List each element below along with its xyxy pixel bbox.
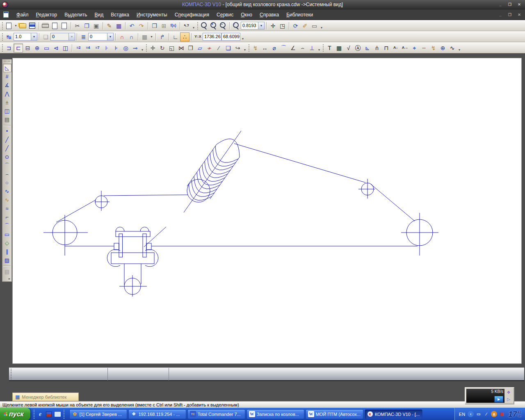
screw-button[interactable]: ⊧ (112, 43, 121, 52)
language-bar-icon[interactable]: ‹ (468, 411, 474, 417)
task-messenger[interactable]: ✿[1] Сергей Зверев ... (69, 409, 127, 419)
redo-button[interactable]: ↷ (137, 21, 146, 30)
menu-libraries[interactable]: Библиотеки (283, 10, 317, 19)
property-bar[interactable] (9, 368, 524, 381)
fastener-plug-button[interactable]: ◫ (61, 43, 70, 52)
start-button[interactable]: пуск (0, 408, 30, 420)
flag-tray-icon[interactable]: ▦ (499, 411, 505, 417)
format-brush-button[interactable]: ✎ (105, 21, 114, 30)
text-button[interactable]: T (325, 43, 334, 52)
fastener-bolt-section-button[interactable]: ⊏ (14, 43, 23, 52)
play-button[interactable]: ▶ (494, 396, 503, 402)
fastener-pin-button[interactable]: ⊲ (51, 43, 61, 52)
document-icon[interactable] (3, 11, 9, 18)
local-cs-button[interactable]: ↱ (158, 32, 167, 41)
cut-button[interactable]: ✂ (73, 21, 82, 30)
pen-tray-icon[interactable]: ∕ (483, 411, 489, 417)
copy-button[interactable]: ❐ (82, 21, 91, 30)
print-preview-button[interactable] (50, 21, 59, 30)
ortho-drawing-button[interactable]: ∟ (171, 32, 180, 41)
language-indicator[interactable]: EN (459, 412, 465, 417)
current-view-combo[interactable]: 0 (50, 33, 75, 41)
panel-expand-arrow[interactable]: ▸ (9, 277, 10, 281)
monitor-tray-icon[interactable]: ▭ (475, 411, 482, 417)
rotate-button[interactable]: ↻ (158, 43, 167, 52)
segment-tool[interactable]: ╱ (3, 144, 11, 153)
mdi-close-button[interactable]: ✕ (515, 11, 523, 18)
new-document-dropdown[interactable]: ▾ (14, 21, 18, 30)
mdi-restore-button[interactable]: ❐ (506, 11, 514, 18)
layers-icon[interactable]: ≣ (79, 32, 88, 41)
crane-rope-scheme-drawing[interactable] (13, 58, 521, 363)
quick-launch-show-desktop[interactable] (54, 411, 61, 418)
global-snaps-button[interactable]: ∩ (117, 32, 127, 41)
refresh-image-button[interactable]: ✐ (300, 21, 310, 30)
aux-line-tool[interactable]: ╱ (3, 135, 11, 144)
window-manager-button[interactable]: ❒ (150, 21, 159, 30)
task-word-ptm[interactable]: WМОЙ ПТМ (Автосох... (306, 409, 363, 419)
grid-dropdown[interactable]: ▾ (149, 32, 154, 41)
mirror-button[interactable]: ⋈ (176, 43, 186, 52)
cursor-step-icon[interactable]: ↹ (4, 32, 14, 41)
stamp-tool[interactable]: ▤ (3, 267, 11, 276)
coords-icon[interactable]: Y↕X (193, 32, 203, 41)
arc2-tool[interactable]: ⌢ (3, 170, 11, 178)
snap-rounding-button[interactable]: ∴ (180, 32, 189, 41)
undo-button[interactable]: ↶ (127, 21, 137, 30)
deform-button[interactable]: ▱ (195, 43, 205, 52)
menu-service[interactable]: Сервис (213, 10, 237, 19)
bolt-set-2-button[interactable]: ≡2 (74, 43, 83, 52)
datum-button[interactable]: ⊾ (363, 43, 372, 52)
menu-specification[interactable]: Спецификация (171, 10, 213, 19)
cut-line-button[interactable]: ⊓ (381, 43, 391, 52)
arc-tool[interactable]: ⌒ (3, 161, 11, 170)
zoom-select-button[interactable] (199, 21, 209, 30)
branch-button[interactable]: ⋔ (372, 43, 381, 52)
menu-editor[interactable]: Редактор (32, 10, 61, 19)
variables-button[interactable]: ⊞ (159, 21, 169, 30)
panel-measure-button[interactable]: ⋀ (3, 89, 11, 98)
detail-view-button[interactable]: ⌖ (410, 43, 419, 52)
copy-objects-button[interactable]: ❐ (186, 43, 195, 52)
fastener-bolt-end-button[interactable]: ⊟ (23, 43, 32, 52)
coord-y-field[interactable]: 68.6099 (221, 33, 240, 41)
task-total-commander[interactable]: TCTotal Commander 7... (187, 409, 245, 419)
break-button[interactable]: ↪ (233, 43, 242, 52)
paste-button[interactable]: ▣ (91, 21, 101, 30)
task-word-zapiska[interactable]: WЗаписка по козлов... (247, 409, 304, 419)
open-button[interactable] (18, 21, 27, 30)
quick-launch-disk[interactable] (46, 411, 52, 418)
roughness-button[interactable]: √ (344, 43, 353, 52)
auto-axis-button[interactable]: ↯ (429, 43, 438, 52)
save-button[interactable] (27, 21, 37, 30)
rectangle-tool[interactable]: ▭ (3, 230, 11, 239)
chamfer-tool[interactable]: ⌐ (3, 213, 11, 221)
print-button[interactable] (41, 21, 50, 30)
page-setup-button[interactable] (59, 21, 69, 30)
menu-view[interactable]: Вид (91, 10, 107, 19)
ellipse-tool[interactable]: ○ (3, 178, 11, 187)
panel-designations-button[interactable]: ∡ (3, 81, 11, 89)
quick-launch-ie[interactable]: e (37, 411, 44, 418)
menu-file[interactable]: Файл (13, 10, 32, 19)
menu-window[interactable]: Окно (237, 10, 256, 19)
trim-button[interactable]: ≁ (205, 43, 214, 52)
zoom-in-button[interactable]: + (209, 21, 218, 30)
mdi-minimize-button[interactable]: _ (496, 11, 504, 18)
coord-x-field[interactable]: 1736.26 (203, 33, 221, 41)
zoom-out-button[interactable]: − (218, 21, 228, 30)
extend-button[interactable]: ∕ (214, 43, 224, 52)
current-layer-combo[interactable]: 0 (88, 33, 114, 41)
angle-dimension-button[interactable]: ∠ (288, 43, 298, 52)
parallel-line-tool[interactable]: ∥ (3, 247, 11, 256)
task-remote[interactable]: ❖192.168.119.254 - ... (128, 409, 186, 419)
show-all-button[interactable]: ▭ (310, 21, 319, 30)
hatch-tool[interactable]: ▨ (3, 256, 11, 265)
arc-dimension-button[interactable]: ⌢ (298, 43, 307, 52)
disable-snaps-button[interactable]: ∩ (127, 32, 136, 41)
rivet-button[interactable]: ◎ (121, 43, 130, 52)
radius-dimension-button[interactable]: ⌒ (279, 43, 288, 52)
rebuild-button[interactable]: ⟳ (291, 21, 300, 30)
pan-button[interactable]: ✛ (268, 21, 278, 30)
cursor-step-combo[interactable]: 1.0 (14, 33, 37, 41)
